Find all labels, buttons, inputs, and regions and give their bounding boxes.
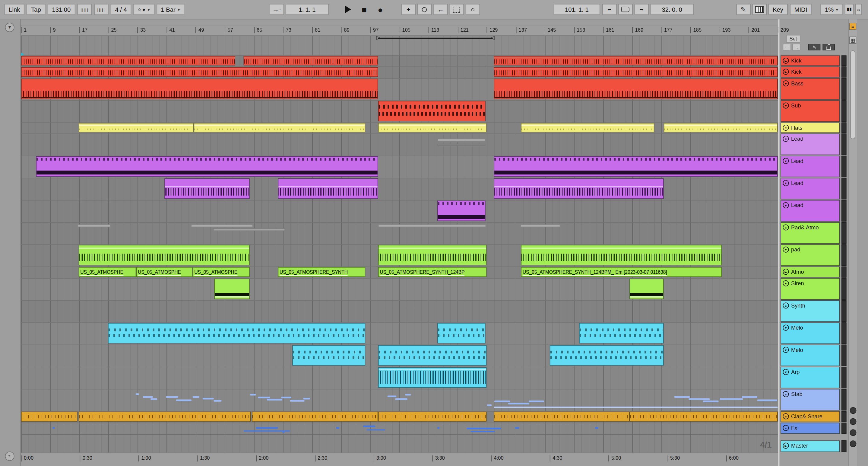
play-icon[interactable]: ▶	[783, 443, 789, 449]
re-enable-automation-button[interactable]: ←	[433, 4, 448, 15]
clip[interactable]	[494, 178, 663, 199]
track-header-lead[interactable]: ≡Lead	[780, 134, 840, 155]
clip[interactable]	[437, 427, 439, 429]
punch-out-button[interactable]: ¬	[634, 4, 649, 15]
clip[interactable]	[494, 67, 778, 77]
punch-in-button[interactable]: ⌐	[602, 4, 617, 15]
tap-tempo-button[interactable]: Tap	[27, 4, 45, 15]
corner-indicator[interactable]	[849, 418, 856, 425]
clip[interactable]: US_05_ATMOSPHERE_SYNTH	[278, 267, 365, 277]
track-header-pad-atmo[interactable]: ≡Pad& Atmo	[780, 222, 840, 244]
arrangement-view-toggle[interactable]: ▦	[849, 36, 857, 44]
clip[interactable]	[21, 56, 235, 65]
track-header-melo[interactable]: ▼Melo	[780, 345, 840, 367]
clip[interactable]	[720, 399, 743, 400]
clip[interactable]	[191, 224, 253, 227]
link-button[interactable]: Link	[4, 4, 25, 15]
clip[interactable]	[579, 323, 664, 344]
track-header-siren[interactable]: ▼Siren	[780, 278, 840, 300]
clip[interactable]	[143, 396, 153, 398]
track-lane[interactable]	[21, 278, 778, 300]
clip[interactable]	[378, 245, 487, 265]
clip[interactable]	[78, 224, 111, 227]
clip[interactable]	[194, 123, 365, 132]
clip[interactable]	[203, 398, 214, 400]
clip[interactable]	[336, 427, 339, 429]
clip[interactable]	[388, 396, 396, 398]
clip[interactable]	[703, 401, 718, 402]
clip[interactable]	[258, 397, 270, 399]
group-lines-icon[interactable]: ≡	[783, 391, 789, 397]
clip[interactable]	[378, 345, 487, 366]
fold-arrangement-button[interactable]: ▼	[5, 23, 14, 32]
clip[interactable]	[53, 427, 55, 429]
next-set-button[interactable]: →	[792, 44, 801, 50]
clip[interactable]	[213, 228, 285, 231]
key-map-button[interactable]: Key	[768, 4, 787, 15]
clip[interactable]	[467, 428, 501, 430]
clip[interactable]	[629, 412, 778, 421]
track-lane[interactable]	[21, 134, 778, 155]
loop-start-display[interactable]: 101. 1. 1	[553, 4, 600, 15]
clip[interactable]	[214, 279, 249, 299]
clip[interactable]	[494, 401, 510, 402]
clip[interactable]	[378, 412, 487, 421]
clip[interactable]	[437, 144, 486, 146]
draw-mode-button[interactable]: ✎	[736, 4, 751, 15]
waveform-toggle-button[interactable]: ≈	[5, 452, 14, 461]
clip[interactable]	[688, 399, 710, 400]
clip[interactable]	[378, 123, 487, 132]
follow-button[interactable]: →·	[270, 4, 284, 15]
fold-chevron-icon[interactable]: ▼	[783, 369, 789, 375]
clip[interactable]	[108, 323, 366, 344]
clip[interactable]	[290, 400, 305, 402]
clip[interactable]	[494, 79, 778, 99]
clip[interactable]	[79, 412, 251, 421]
clip[interactable]	[193, 396, 199, 398]
group-lines-icon[interactable]: ≡	[783, 136, 789, 142]
clip[interactable]	[742, 396, 757, 398]
overdub-button[interactable]: +	[401, 4, 416, 15]
track-header-lead[interactable]: ▼Lead	[780, 200, 840, 222]
track-header-kick[interactable]: ▶Kick	[780, 56, 840, 66]
nudge-down-button[interactable]: |||||	[77, 4, 92, 15]
clip[interactable]	[437, 200, 486, 221]
arrangement-grid[interactable]: 1917253341495765738189971051131211291371…	[21, 25, 778, 463]
quantize-menu[interactable]: 1 Bar▾	[157, 4, 184, 15]
clip[interactable]	[281, 397, 291, 399]
clip[interactable]	[629, 279, 664, 299]
clip[interactable]	[550, 345, 664, 366]
track-header-atmo[interactable]: ▶Atmo	[780, 266, 840, 278]
prev-set-button[interactable]: ←	[783, 44, 791, 50]
track-lane[interactable]	[21, 178, 778, 200]
clip[interactable]	[378, 367, 487, 388]
record-button[interactable]: ●	[373, 4, 388, 15]
clip[interactable]	[395, 399, 407, 400]
track-header-melo[interactable]: ▼Melo	[780, 322, 840, 344]
clip[interactable]	[136, 393, 139, 395]
midi-map-button[interactable]: MIDI	[790, 4, 812, 15]
corner-indicator[interactable]	[849, 407, 856, 414]
track-header-bass[interactable]: ▼Bass	[780, 78, 840, 100]
track-header-lead[interactable]: ▼Lead	[780, 178, 840, 200]
track-header-stab[interactable]: ≡Stab	[780, 389, 840, 411]
bar-ruler[interactable]: 1917253341495765738189971051131211291371…	[21, 25, 778, 36]
clip[interactable]	[378, 101, 486, 121]
clip[interactable]	[521, 123, 654, 132]
clip[interactable]	[674, 396, 690, 398]
clip[interactable]	[437, 323, 486, 344]
time-ruler[interactable]: 0:000:301:001:302:002:303:003:304:004:30…	[21, 453, 778, 464]
clip[interactable]	[214, 400, 222, 402]
track-header-synth[interactable]: ≡Synth	[780, 300, 840, 322]
clip[interactable]	[256, 427, 278, 429]
fold-chevron-icon[interactable]: ▼	[783, 347, 789, 353]
track-header-arp[interactable]: ▼Arp	[780, 367, 840, 388]
clip[interactable]	[21, 67, 378, 77]
clip[interactable]	[494, 412, 629, 421]
clip[interactable]: US_05_ATMOSPHE	[136, 267, 193, 277]
clip[interactable]	[494, 56, 778, 65]
clip[interactable]	[267, 399, 282, 401]
clip[interactable]	[21, 79, 378, 99]
clip[interactable]	[494, 407, 778, 408]
clip[interactable]: US_05_ATMOSPHERE_SYNTH_124BP	[378, 267, 487, 277]
